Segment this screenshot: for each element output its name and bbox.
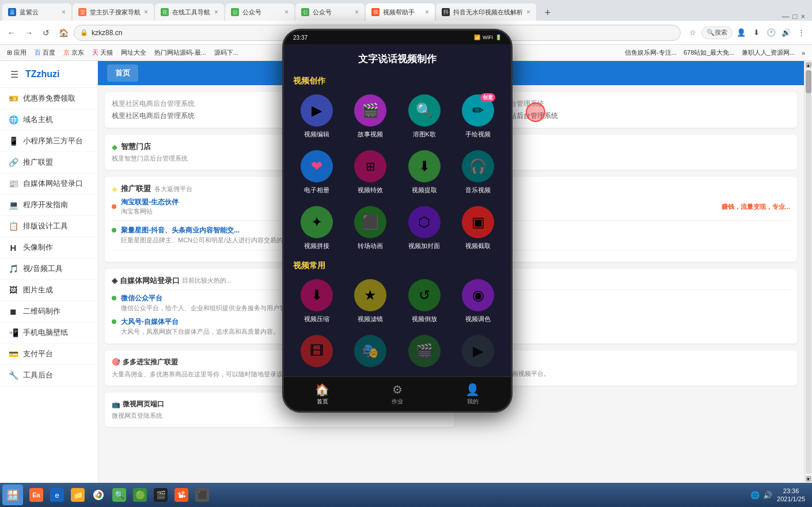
phone-item-binji[interactable]: ▶ 视频编辑 [290, 89, 344, 144]
sidebar-item-tupian[interactable]: 🖼 图片生成 [0, 280, 97, 301]
bookmark-baidu[interactable]: 百 百度 [32, 47, 58, 58]
phone-item-texiao[interactable]: ⊞ 视频特效 [344, 144, 398, 200]
phone-icon-c21: 🎞 [310, 343, 324, 359]
close-browser-button[interactable]: × [800, 12, 805, 21]
taskbar-app-davinci[interactable]: 🎬 [151, 485, 170, 505]
phone-item-yasuo[interactable]: ⬇ 视频压缩 [290, 273, 344, 329]
phone-item-pinjie[interactable]: ✦ 视频拼接 [290, 200, 344, 256]
home-button[interactable]: 🏠 [56, 26, 70, 40]
subnav-item2[interactable] [141, 70, 157, 77]
taskbar-app-ea[interactable]: Ea [26, 485, 46, 505]
tab-close-1[interactable]: × [62, 8, 66, 16]
bookmark-xingyu[interactable]: 信鱼娱乐网-专注... [623, 47, 679, 58]
sidebar-item-xcx[interactable]: 📱 小程序第三方平台 [0, 131, 97, 152]
phone-item-zhuanchang[interactable]: ⬛ 转场动画 [344, 200, 398, 256]
scrollbar[interactable]: ▲ ▼ [804, 61, 812, 483]
bookmark-yuanma[interactable]: 源码下... [212, 47, 241, 58]
bookmark-jd[interactable]: 京 京东 [61, 47, 86, 58]
download-icon[interactable]: ⬇ [750, 26, 762, 39]
forward-button[interactable]: → [22, 26, 36, 40]
tab-close-6[interactable]: × [425, 8, 429, 16]
taskbar-sound-icon[interactable]: 🔊 [763, 491, 772, 500]
start-button[interactable]: 🪟 [2, 485, 23, 505]
tab-lanziyun[interactable]: 蓝 蓝紫云 × [2, 3, 71, 21]
bookmark-tmall[interactable]: 天 天猫 [90, 47, 115, 58]
taskbar-app-chrome[interactable] [89, 485, 108, 505]
sidebar-item-tuiguang[interactable]: 🔗 推广联盟 [0, 152, 97, 173]
scroll-up-button[interactable]: ▲ [806, 62, 811, 68]
phone-item-gushi[interactable]: 🎬 故事视频 [344, 89, 398, 144]
clock-icon[interactable]: 🕐 [765, 26, 777, 39]
taskbar-app-green[interactable]: 🟢 [130, 485, 150, 505]
sidebar-item-zhifu[interactable]: 💳 支付平台 [0, 344, 97, 365]
scroll-thumb[interactable] [806, 70, 811, 93]
search-button[interactable]: 🔍 搜索 [701, 26, 733, 39]
tab-zaixian[interactable]: 在 在线工具导航 × [155, 3, 224, 21]
taskbar-app-ie[interactable]: e [47, 485, 67, 505]
taskbar-app-black[interactable]: ⬛ [192, 485, 212, 505]
phone-item-c21[interactable]: 🎞 [290, 329, 344, 376]
bookmark-apps[interactable]: ⊞ 应用 [5, 47, 29, 58]
sidebar-item-erweima[interactable]: ◼ 二维码制作 [0, 301, 97, 322]
tab-close-3[interactable]: × [214, 8, 218, 16]
phone-circle-texiao: ⊞ [354, 150, 386, 182]
tab-gongzhonghao1[interactable]: 公 公众号 × [225, 3, 294, 21]
taskbar-network-icon[interactable]: 🌐 [750, 491, 760, 500]
reload-button[interactable]: ↺ [39, 26, 53, 40]
back-button[interactable]: ← [5, 26, 18, 40]
bookmark-wangzhi[interactable]: 网址大全 [119, 47, 149, 58]
tab-close-7[interactable]: × [526, 8, 530, 16]
tab-gongzhonghao2[interactable]: 公 公众号 × [295, 3, 365, 21]
bookmark-more[interactable]: » [799, 47, 807, 58]
sidebar-toggle-button[interactable]: ☰ [8, 68, 21, 81]
tab-videohelper[interactable]: 视 视频帮助手 × [366, 3, 435, 21]
phone-item-shouhui[interactable]: ✏ 创意 手绘视频 [451, 89, 506, 144]
tab-douyin[interactable]: 抖 抖音无水印视频在线解析 × [436, 3, 536, 21]
phone-item-fengmian[interactable]: ⬡ 视频加封面 [397, 200, 451, 256]
sidebar-item-touxiang[interactable]: H 头像制作 [0, 237, 97, 258]
tab-tangzhu[interactable]: 堂 堂主扒子搜家导航 × [73, 3, 154, 21]
phone-nav-work[interactable]: ⚙ 作业 [392, 383, 403, 406]
sidebar-item-youhuiquan[interactable]: 🎫 优惠券免费领取 [0, 88, 97, 109]
scroll-down-button[interactable]: ▼ [806, 476, 811, 482]
sidebar-item-yinpin[interactable]: 🎵 视/音频工具 [0, 258, 97, 280]
bookmark-jianzu[interactable]: 兼职人人_资源网... [739, 47, 797, 58]
phone-item-jiequvideo[interactable]: ▣ 视频截取 [451, 200, 506, 256]
phone-item-lvjing[interactable]: ★ 视频滤镜 [344, 273, 398, 329]
phone-item-rongtukge[interactable]: 🔍 溶图K歌 [397, 89, 451, 144]
tab-close-2[interactable]: × [144, 8, 148, 16]
phone-item-tiqu[interactable]: ⬇ 视频提取 [397, 144, 451, 200]
taskbar-clock[interactable]: 23:36 2021/1/25 [777, 487, 805, 504]
subnav-home[interactable]: 首页 [107, 64, 138, 82]
phone-item-c23[interactable]: 🎬 [397, 329, 451, 376]
star-button[interactable]: ☆ [686, 26, 699, 39]
phone-item-xiangce[interactable]: ❤ 电子相册 [290, 144, 344, 200]
taskbar-app-video[interactable]: 📽 [172, 485, 191, 505]
sidebar-item-gongju[interactable]: 🔧 工具后台 [0, 365, 97, 386]
sidebar-item-zmt[interactable]: 📰 自媒体网站登录口 [0, 173, 97, 195]
new-tab-button[interactable]: + [540, 5, 556, 21]
sidebar-item-paiban[interactable]: 📋 排版设计工具 [0, 216, 97, 237]
menu-button[interactable]: ⋮ [795, 26, 807, 39]
tab-close-4[interactable]: × [284, 8, 289, 16]
phone-nav-profile[interactable]: 👤 我的 [465, 383, 480, 406]
wallpaper-icon: 📲 [8, 327, 18, 338]
sidebar-item-yuming[interactable]: 🌐 域名主机 [0, 109, 97, 131]
minimize-button[interactable]: — [782, 12, 790, 21]
user-icon[interactable]: 👤 [735, 26, 748, 39]
sidebar-item-bizhi[interactable]: 📲 手机电脑壁纸 [0, 322, 97, 344]
phone-item-c22[interactable]: 🎭 [344, 329, 398, 376]
taskbar-app-explorer[interactable]: 📁 [68, 485, 88, 505]
phone-item-c24[interactable]: ▶ [451, 329, 506, 376]
phone-item-yinyue[interactable]: 🎧 音乐视频 [451, 144, 506, 200]
phone-nav-home[interactable]: 🏠 首页 [315, 383, 329, 406]
sidebar-item-chengxu[interactable]: 💻 程序开发指南 [0, 195, 97, 216]
tab-close-5[interactable]: × [355, 8, 359, 16]
phone-item-daofang[interactable]: ↺ 视频倒放 [397, 273, 451, 329]
phone-item-tiaose[interactable]: ◉ 视频调色 [451, 273, 506, 329]
bookmark-remen[interactable]: 热门网站源码-最... [152, 47, 208, 58]
taskbar-app-search[interactable]: 🔍 [109, 485, 129, 505]
sound-icon[interactable]: 🔊 [780, 26, 792, 39]
bookmark-678[interactable]: 678站如_最大免... [681, 47, 737, 58]
maximize-button[interactable]: □ [793, 12, 798, 21]
